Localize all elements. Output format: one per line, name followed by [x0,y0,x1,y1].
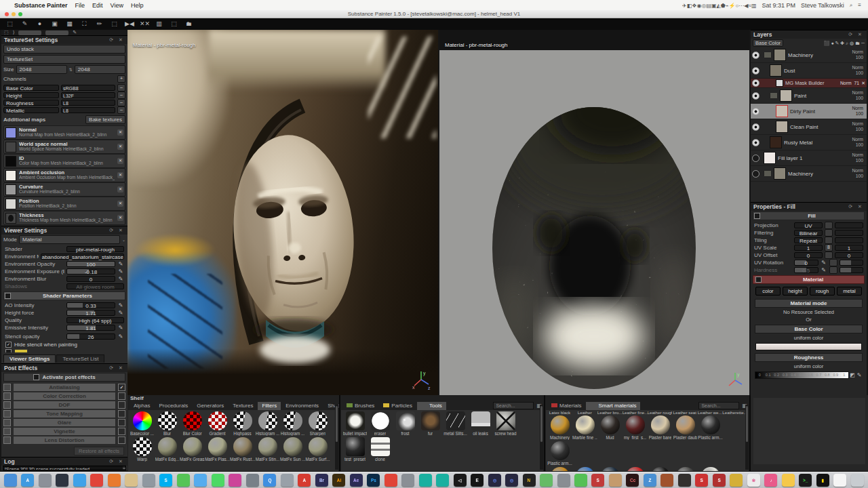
setting-value[interactable]: All glowes room [66,283,124,289]
layer-opacity[interactable]: 100 [852,70,863,76]
property-value[interactable]: 0.5 [794,267,818,273]
dock-app-icon[interactable] [212,474,224,487]
dock-app-icon[interactable]: Ai [332,474,345,487]
map-row[interactable]: Normal Normal Map from Mesh HelmetBack_2… [3,125,125,140]
dock-app-icon[interactable]: ▮ [816,474,829,487]
effect-expand-icon[interactable] [3,392,11,400]
shelf-item[interactable]: Blur [155,411,180,436]
axis-gizmo[interactable]: y [726,371,744,388]
layer-opacity[interactable]: 100 [852,127,863,132]
shelf-item[interactable]: Histogram ... [255,411,280,436]
dock-app-icon[interactable] [730,474,743,487]
tool-item[interactable]: bullet impact [342,411,368,436]
effect-button[interactable]: Glare [13,418,116,427]
layer-row[interactable]: Dirty Paint Norm 100 [751,104,867,119]
dock-app-icon[interactable] [557,474,570,487]
map-row[interactable]: Ambient occlusion Ambient Occlusion Map … [3,168,125,182]
uv-link-toggle[interactable] [829,266,837,274]
remove-map-button[interactable]: ✕ [117,129,123,136]
dock-app-icon[interactable] [108,474,121,487]
material-label[interactable]: Leather we... [697,410,722,415]
layer-row[interactable]: Paint Norm 100 [751,88,867,104]
layer-blend-mode[interactable]: Norm [840,81,852,86]
dock-app-icon[interactable] [73,474,86,487]
effect-checkbox[interactable] [118,401,125,409]
layer-thumbnail[interactable] [770,136,782,148]
property-value[interactable]: 0 [794,252,823,258]
layer-row[interactable]: Dust Norm 100 [751,63,867,79]
channel-name[interactable]: Height [3,92,59,98]
property-value[interactable]: 0 [794,260,818,266]
shelf-tab[interactable]: Alphas [130,402,154,410]
effect-button[interactable]: Antialiasing [13,383,116,392]
layer-thumbnail[interactable] [774,49,786,61]
dock-app-icon[interactable] [125,474,138,487]
layer-thumbnail[interactable] [774,167,786,180]
setting-value[interactable]: 0 [66,276,115,282]
material-label[interactable]: Leather rough [648,410,673,415]
dock-app-icon[interactable] [90,474,103,487]
material-item[interactable]: my_first_s... [623,415,648,440]
panel-header-icons[interactable]: ⟳ ✕ [109,228,125,233]
status-icon[interactable]: ⬟ [721,3,726,9]
toolbar-tool-icon[interactable]: ✎ [20,20,29,27]
pencil-icon[interactable]: ✎ [117,268,124,274]
toolbar-tool-icon[interactable]: ⛶ [80,20,89,28]
folder-icon[interactable] [764,170,772,177]
layer-row[interactable]: Machinery Norm 100 [751,47,867,63]
dock-app-icon[interactable] [194,474,207,487]
tools-tab[interactable]: Particles [379,402,416,410]
map-row[interactable]: ID Color Map from Mesh HelmetBack_2_blin… [3,154,125,168]
shelf-item[interactable]: Histogram ... [280,411,305,436]
log-output[interactable]: [Scene 3D] 3D scene successfully loaded[… [3,466,126,470]
property-value[interactable]: Repeat [794,237,823,243]
user-menu[interactable]: Steve Talkowski [801,2,844,9]
remove-map-button[interactable]: ✕ [117,201,123,207]
dock-app-icon[interactable] [401,474,414,487]
status-icon[interactable]: ✈ [682,3,687,9]
material-label[interactable]: Leather [572,410,597,415]
layer-visibility-eye-icon[interactable] [752,79,760,87]
tool-item[interactable]: screw head [493,411,518,436]
layer-blend-mode[interactable]: Norm [852,137,863,142]
map-row[interactable]: Thickness Thickness Map from Mesh Helmet… [3,211,125,225]
dock-app-icon[interactable]: A [298,474,311,487]
material-section-checkbox[interactable] [755,277,762,283]
toolbar-tool-icon[interactable]: ⬚ [110,20,119,27]
layer-row[interactable]: Clean Paint Norm 100 [751,119,867,135]
dock-app-icon[interactable]: S [713,474,726,487]
close-window-button[interactable] [5,12,9,16]
window-title-bar[interactable]: Substance Painter 1.5.0 - [stevetalkowsk… [0,10,868,18]
layer-opacity[interactable]: 100 [852,55,863,60]
channel-name[interactable]: Metallic [3,107,59,113]
property-value[interactable]: Bilinear [794,230,823,236]
channel-name[interactable]: Roughness [3,100,59,106]
status-icon[interactable]: ⚡ [729,3,736,9]
material-label[interactable]: Leather bro... [597,410,623,415]
layer-visibility-eye-icon[interactable] [752,139,760,146]
layer-name[interactable]: Dirty Paint [790,108,850,115]
uv-link-toggle[interactable] [825,222,833,229]
shelf-item[interactable]: Basecolor ... [130,411,155,436]
brush-size-field[interactable] [18,30,41,35]
size-dropdown[interactable]: 2048 [16,65,67,74]
panel-header-icons[interactable]: ⟳ ✕ [848,204,864,209]
property-value-2[interactable] [835,237,863,243]
shelf-item[interactable]: Sharpen [305,411,330,436]
pencil-icon[interactable]: ✎ [117,302,124,308]
channel-format-dropdown[interactable]: L32F [61,92,115,98]
dock-app-icon[interactable]: A [21,474,34,487]
toolbar-tool-icon[interactable]: ✕✕ [140,20,149,27]
dock-app-icon[interactable] [609,474,622,487]
material-channel-button[interactable]: metal [837,287,862,296]
toolbar-tool-icon[interactable]: ▦ [65,20,74,27]
tool-item[interactable]: test_preset [342,437,368,462]
property-value-2[interactable] [835,222,863,228]
layer-thumbnail[interactable] [770,64,782,77]
toolbar-tool-icon[interactable]: ⬚ [5,20,14,27]
dock-app-icon[interactable] [660,474,673,487]
dock-app-icon[interactable]: Q [263,474,276,487]
bake-textures-button[interactable]: Bake textures [85,115,125,124]
uv-link-toggle[interactable]: 8 [825,244,833,251]
uv-link-toggle[interactable] [825,251,833,259]
